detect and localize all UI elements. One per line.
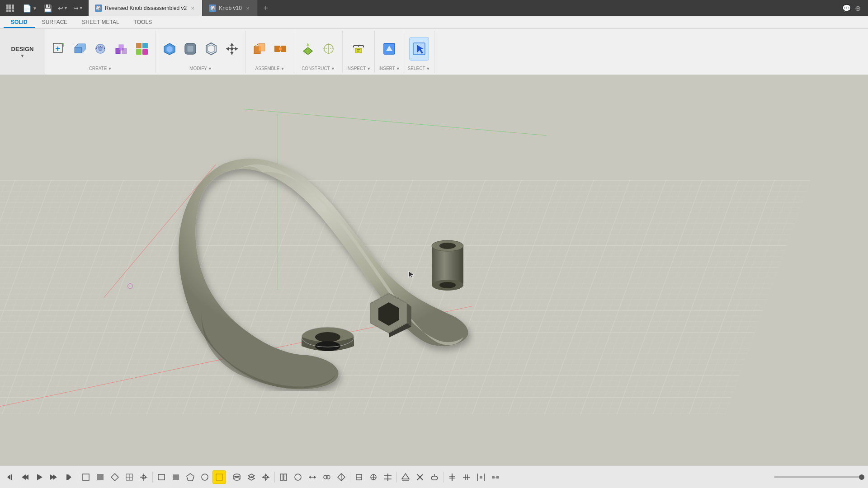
- svg-marker-111: [309, 476, 311, 479]
- move-button[interactable]: [222, 37, 242, 61]
- extrude-button[interactable]: [70, 37, 90, 61]
- circle-button[interactable]: [198, 470, 212, 484]
- box-outline-button[interactable]: [79, 470, 93, 484]
- network-icon[interactable]: ⊕: [855, 4, 861, 13]
- rect-solid-button[interactable]: [169, 470, 183, 484]
- play-back-button[interactable]: [18, 470, 32, 484]
- tool-btn-e[interactable]: [335, 470, 348, 484]
- svg-point-114: [326, 475, 330, 479]
- design-dropdown[interactable]: DESIGN ▼: [0, 29, 45, 75]
- svg-rect-81: [83, 474, 89, 480]
- align-v-button[interactable]: [460, 470, 473, 484]
- tool-btn-a[interactable]: [277, 470, 290, 484]
- svg-rect-19: [122, 48, 127, 54]
- tab-surface[interactable]: SURFACE: [35, 17, 75, 28]
- play-forward-button[interactable]: [47, 470, 61, 484]
- timeline-track[interactable]: [774, 476, 864, 478]
- align-h-button[interactable]: [445, 470, 459, 484]
- construct-buttons: [298, 33, 339, 65]
- modify-section: MODIFY ▼: [156, 31, 246, 73]
- tab-tools[interactable]: TOOLS: [127, 17, 159, 28]
- app-grid-icon[interactable]: [4, 2, 16, 14]
- pattern-button[interactable]: [111, 37, 131, 61]
- create-more-button[interactable]: [132, 37, 152, 61]
- insert-button[interactable]: [379, 37, 399, 61]
- create-section: CREATE ▼: [45, 31, 156, 73]
- construct-axis-button[interactable]: [319, 37, 339, 61]
- crosshair-button[interactable]: [137, 470, 151, 484]
- svg-rect-91: [173, 474, 179, 480]
- tool-btn-h[interactable]: [381, 470, 395, 484]
- svg-point-16: [99, 47, 102, 51]
- layer-button[interactable]: [230, 470, 244, 484]
- move4-button[interactable]: [259, 470, 273, 484]
- stack-button[interactable]: [245, 470, 258, 484]
- svg-rect-80: [66, 474, 68, 480]
- pentagon-button[interactable]: [184, 470, 197, 484]
- new-sketch-button[interactable]: [49, 37, 69, 61]
- tab-knob-v10[interactable]: 🎲 Knob v10 ✕: [203, 0, 258, 16]
- svg-marker-103: [264, 474, 267, 476]
- diamond-button[interactable]: [108, 470, 122, 484]
- construct-plane-button[interactable]: [298, 37, 318, 61]
- tool-btn-i[interactable]: [399, 470, 412, 484]
- separator-3: [228, 472, 228, 483]
- save-button[interactable]: 💾: [42, 3, 54, 14]
- design-label: DESIGN: [11, 46, 34, 52]
- step-forward-button[interactable]: [61, 470, 75, 484]
- joint-button[interactable]: [270, 37, 290, 61]
- tool-btn-f[interactable]: [352, 470, 366, 484]
- undo-button[interactable]: ↩▼: [56, 4, 70, 13]
- tool-btn-j[interactable]: [413, 470, 427, 484]
- svg-rect-107: [280, 474, 283, 480]
- svg-rect-3: [6, 7, 9, 9]
- measure-button[interactable]: [349, 37, 368, 61]
- file-button[interactable]: 📄▼: [20, 3, 40, 14]
- revolve-button[interactable]: [90, 37, 110, 61]
- fillet-button[interactable]: [180, 37, 200, 61]
- tool-btn-c[interactable]: [306, 470, 319, 484]
- redo-button[interactable]: ↪▼: [71, 4, 85, 13]
- select-button[interactable]: [409, 37, 429, 61]
- step-back-button[interactable]: [4, 470, 17, 484]
- tool-btn-d[interactable]: [320, 470, 334, 484]
- create-more-icon: [135, 42, 149, 56]
- new-component-button[interactable]: [250, 37, 269, 61]
- mesh-button[interactable]: [123, 470, 136, 484]
- timeline-handle[interactable]: [859, 474, 864, 480]
- tab-close-2[interactable]: ✕: [245, 5, 251, 11]
- push-pull-button[interactable]: [160, 37, 179, 61]
- svg-rect-129: [431, 476, 438, 480]
- svg-marker-72: [7, 474, 10, 480]
- svg-marker-25: [166, 46, 173, 53]
- tab-close-1[interactable]: ✕: [189, 5, 196, 11]
- distribute-button[interactable]: [474, 470, 488, 484]
- push-pull-icon: [162, 42, 177, 56]
- play-button[interactable]: [33, 470, 46, 484]
- svg-point-68: [315, 332, 340, 342]
- pattern-icon: [114, 42, 128, 56]
- svg-rect-27: [187, 46, 193, 52]
- tool-btn-b[interactable]: [291, 470, 305, 484]
- rect-outline-button[interactable]: [155, 470, 168, 484]
- new-tab-button[interactable]: +: [259, 2, 272, 14]
- svg-rect-5: [12, 7, 14, 9]
- svg-rect-7: [9, 10, 11, 12]
- selected-active-button[interactable]: [212, 470, 226, 484]
- assemble-section: ASSEMBLE ▼: [246, 31, 294, 73]
- svg-rect-23: [142, 49, 148, 55]
- tool-btn-g[interactable]: [367, 470, 380, 484]
- tool-btn-k[interactable]: [428, 470, 441, 484]
- tab-reversed-knob[interactable]: 🎲 Reversed Knob dissassembled v2 ✕: [89, 0, 203, 16]
- svg-marker-64: [407, 303, 411, 327]
- chat-icon[interactable]: 💬: [842, 4, 851, 13]
- design-chevron: ▼: [20, 53, 25, 58]
- tab-solid[interactable]: SOLID: [4, 17, 35, 28]
- distribute2-button[interactable]: [489, 470, 502, 484]
- box-solid-button[interactable]: [94, 470, 107, 484]
- shell-button[interactable]: [201, 37, 221, 61]
- main-toolbar: SOLID SURFACE SHEET METAL TOOLS DESIGN ▼: [0, 16, 868, 75]
- viewport[interactable]: [0, 75, 868, 465]
- insert-label: INSERT ▼: [378, 66, 400, 71]
- tab-sheet-metal[interactable]: SHEET METAL: [75, 17, 126, 28]
